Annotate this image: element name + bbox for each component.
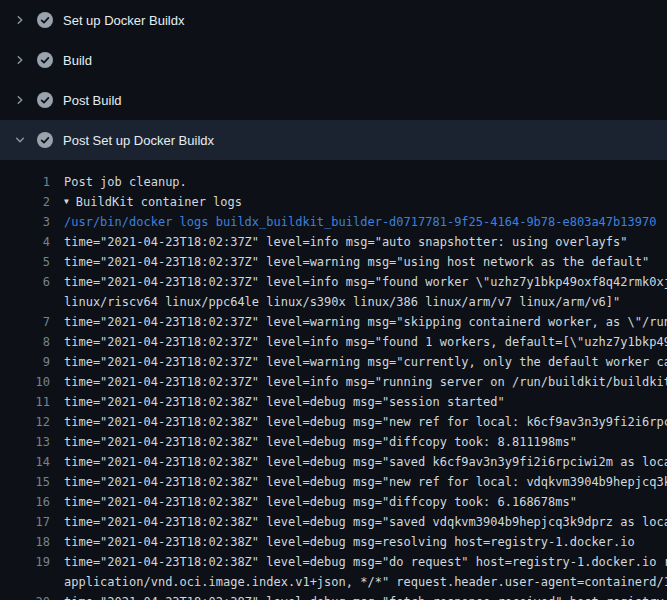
line-number[interactable]	[0, 292, 50, 312]
line-text: time="2021-04-23T18:02:37Z" level=warnin…	[50, 312, 667, 332]
line-number[interactable]: 14	[0, 452, 50, 472]
line-number[interactable]: 1	[0, 172, 50, 192]
log-line: 19 time="2021-04-23T18:02:38Z" level=deb…	[0, 552, 667, 572]
actions-log-viewer: Set up Docker Buildx Build P	[0, 0, 667, 600]
chevron-right-icon	[12, 13, 28, 27]
line-text: time="2021-04-23T18:02:37Z" level=info m…	[50, 372, 667, 392]
log-line: 12 time="2021-04-23T18:02:38Z" level=deb…	[0, 412, 667, 432]
log-line: 20 time="2021-04-23T18:02:38Z" level=deb…	[0, 592, 667, 600]
line-number[interactable]: 12	[0, 412, 50, 432]
check-circle-icon	[37, 132, 53, 148]
line-number[interactable]: 19	[0, 552, 50, 572]
line-number[interactable]: 18	[0, 532, 50, 552]
log-line: 18 time="2021-04-23T18:02:38Z" level=deb…	[0, 532, 667, 552]
steps-list: Set up Docker Buildx Build P	[0, 0, 667, 160]
step-label: Post Build	[63, 93, 122, 108]
log-line: application/vnd.oci.image.index.v1+json,…	[0, 572, 667, 592]
log-line: 1 Post job cleanup.	[0, 172, 667, 192]
check-circle-icon	[37, 52, 53, 68]
line-number[interactable]: 16	[0, 492, 50, 512]
line-text: time="2021-04-23T18:02:38Z" level=debug …	[50, 452, 667, 472]
log-line: 11 time="2021-04-23T18:02:38Z" level=deb…	[0, 392, 667, 412]
chevron-right-icon	[12, 53, 28, 67]
line-text: time="2021-04-23T18:02:38Z" level=debug …	[50, 412, 667, 432]
line-number[interactable]: 20	[0, 592, 50, 600]
line-number[interactable]: 17	[0, 512, 50, 532]
line-text: time="2021-04-23T18:02:38Z" level=debug …	[50, 392, 505, 412]
line-number[interactable]: 10	[0, 372, 50, 392]
log-line: 13 time="2021-04-23T18:02:38Z" level=deb…	[0, 432, 667, 452]
line-number[interactable]: 11	[0, 392, 50, 412]
line-text: /usr/bin/docker logs buildx_buildkit_bui…	[50, 212, 656, 232]
log-line: 10 time="2021-04-23T18:02:37Z" level=inf…	[0, 372, 667, 392]
log-output: 1 Post job cleanup. 2 ▼ BuildKit contain…	[0, 160, 667, 600]
chevron-down-icon	[12, 133, 28, 147]
log-line: 6 time="2021-04-23T18:02:37Z" level=info…	[0, 272, 667, 292]
log-line: 9 time="2021-04-23T18:02:37Z" level=warn…	[0, 352, 667, 372]
group-caret-icon[interactable]: ▼	[50, 192, 69, 212]
line-text: time="2021-04-23T18:02:38Z" level=debug …	[50, 492, 577, 512]
line-text: time="2021-04-23T18:02:38Z" level=debug …	[50, 592, 664, 600]
line-number[interactable]: 7	[0, 312, 50, 332]
log-line: 4 time="2021-04-23T18:02:37Z" level=info…	[0, 232, 667, 252]
step-row[interactable]: Post Set up Docker Buildx	[0, 120, 667, 160]
line-text: Post job cleanup.	[50, 172, 187, 192]
line-number[interactable]: 13	[0, 432, 50, 452]
line-text: time="2021-04-23T18:02:37Z" level=info m…	[50, 232, 628, 252]
step-label: Build	[63, 53, 92, 68]
log-line: 7 time="2021-04-23T18:02:37Z" level=warn…	[0, 312, 667, 332]
chevron-right-icon	[12, 93, 28, 107]
line-number[interactable]: 4	[0, 232, 50, 252]
line-text: BuildKit container logs	[69, 192, 242, 212]
line-number[interactable]: 3	[0, 212, 50, 232]
line-number[interactable]: 8	[0, 332, 50, 352]
line-text: time="2021-04-23T18:02:38Z" level=debug …	[50, 552, 667, 572]
step-row[interactable]: Set up Docker Buildx	[0, 0, 667, 40]
line-text: linux/riscv64 linux/ppc64le linux/s390x …	[50, 292, 620, 312]
log-line: 14 time="2021-04-23T18:02:38Z" level=deb…	[0, 452, 667, 472]
log-line: 3 /usr/bin/docker logs buildx_buildkit_b…	[0, 212, 667, 232]
log-line: 8 time="2021-04-23T18:02:37Z" level=info…	[0, 332, 667, 352]
line-text: time="2021-04-23T18:02:38Z" level=debug …	[50, 512, 667, 532]
line-text: time="2021-04-23T18:02:37Z" level=info m…	[50, 272, 667, 292]
line-text: time="2021-04-23T18:02:38Z" level=debug …	[50, 472, 667, 492]
step-label: Post Set up Docker Buildx	[63, 133, 214, 148]
log-line: 15 time="2021-04-23T18:02:38Z" level=deb…	[0, 472, 667, 492]
step-row[interactable]: Post Build	[0, 80, 667, 120]
log-line: 16 time="2021-04-23T18:02:38Z" level=deb…	[0, 492, 667, 512]
log-line: 17 time="2021-04-23T18:02:38Z" level=deb…	[0, 512, 667, 532]
line-text: time="2021-04-23T18:02:37Z" level=warnin…	[50, 352, 667, 372]
line-text: time="2021-04-23T18:02:37Z" level=info m…	[50, 332, 667, 352]
line-number[interactable]: 9	[0, 352, 50, 372]
log-line: linux/riscv64 linux/ppc64le linux/s390x …	[0, 292, 667, 312]
line-text: time="2021-04-23T18:02:38Z" level=debug …	[50, 432, 577, 452]
line-text: time="2021-04-23T18:02:38Z" level=debug …	[50, 532, 635, 552]
line-text: time="2021-04-23T18:02:37Z" level=warnin…	[50, 252, 649, 272]
log-line: 2 ▼ BuildKit container logs	[0, 192, 667, 212]
line-number[interactable]: 15	[0, 472, 50, 492]
check-circle-icon	[37, 92, 53, 108]
step-label: Set up Docker Buildx	[63, 13, 184, 28]
check-circle-icon	[37, 12, 53, 28]
line-number[interactable]: 6	[0, 272, 50, 292]
log-line: 5 time="2021-04-23T18:02:37Z" level=warn…	[0, 252, 667, 272]
line-number[interactable]	[0, 572, 50, 592]
line-number[interactable]: 2	[0, 192, 50, 212]
step-row[interactable]: Build	[0, 40, 667, 80]
line-number[interactable]: 5	[0, 252, 50, 272]
line-text: application/vnd.oci.image.index.v1+json,…	[50, 572, 667, 592]
